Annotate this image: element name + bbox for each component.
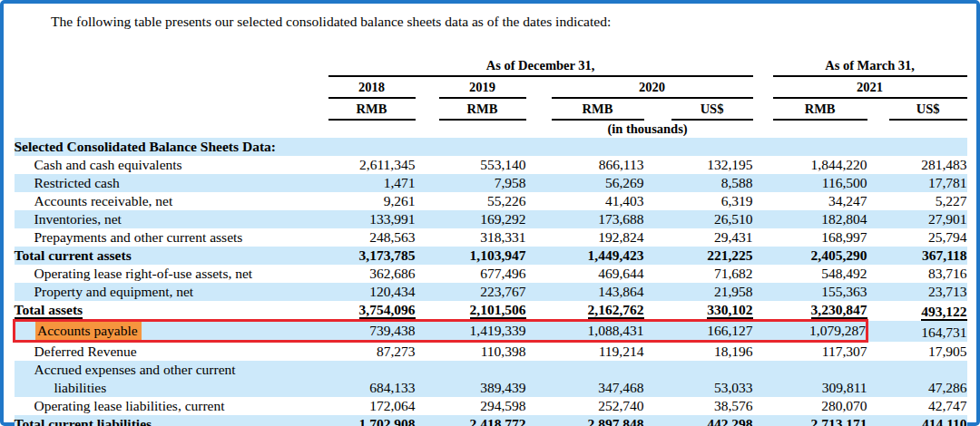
column-gap bbox=[526, 138, 552, 156]
column-gap bbox=[644, 265, 671, 283]
col-group-december: As of December 31, bbox=[328, 55, 753, 76]
cell-value-text: 133,991 bbox=[369, 211, 415, 227]
table-row: Total current liabilities1,702,9082,418,… bbox=[15, 415, 967, 426]
cell-value-text: 25,794 bbox=[928, 229, 967, 245]
column-gap bbox=[526, 361, 552, 397]
row-label: Selected Consolidated Balance Sheets Dat… bbox=[15, 138, 328, 156]
cell-value: 110,398 bbox=[439, 342, 526, 362]
table-body: Selected Consolidated Balance Sheets Dat… bbox=[15, 138, 967, 426]
row-label: Inventories, net bbox=[15, 210, 328, 228]
cell-value-text: 155,363 bbox=[821, 284, 867, 299]
cell-value-text: 3,754,096 bbox=[359, 302, 416, 319]
column-gap bbox=[526, 283, 552, 301]
cell-value-text: 27,901 bbox=[928, 211, 967, 227]
column-gap bbox=[15, 76, 328, 98]
cell-value-text: 87,273 bbox=[377, 344, 416, 359]
column-gap bbox=[867, 247, 889, 265]
cell-value: 3,173,785 bbox=[328, 247, 416, 265]
column-gap bbox=[416, 361, 439, 397]
cell-value: 23,713 bbox=[889, 283, 967, 301]
cell-value-text: 3,173,785 bbox=[359, 247, 416, 263]
column-gap bbox=[15, 98, 328, 120]
column-gap bbox=[753, 138, 773, 156]
row-label: Accounts payable bbox=[15, 321, 328, 342]
cell-value: 1,419,339 bbox=[439, 321, 526, 342]
cell-value-text: 1,471 bbox=[384, 175, 416, 190]
cell-value: 192,824 bbox=[552, 228, 644, 247]
cell-value-text: 553,140 bbox=[480, 157, 525, 172]
cell-value-text: 55,226 bbox=[487, 193, 526, 208]
cell-value: 677,496 bbox=[439, 265, 526, 283]
column-gap bbox=[867, 321, 889, 342]
cell-value-text: 389,439 bbox=[480, 380, 525, 395]
cell-value-text: 143,864 bbox=[598, 284, 643, 299]
column-gap bbox=[526, 342, 552, 362]
column-gap bbox=[867, 265, 889, 283]
cell-value-text: 169,292 bbox=[480, 211, 525, 227]
column-gap bbox=[416, 138, 439, 156]
cell-value: 223,767 bbox=[439, 283, 526, 301]
cell-value: 29,431 bbox=[671, 228, 753, 247]
column-gap bbox=[526, 156, 552, 174]
cell-value-text: 1,449,423 bbox=[588, 247, 644, 263]
cell-value: 2,611,345 bbox=[328, 156, 416, 174]
column-gap bbox=[526, 210, 552, 228]
cell-value-text: 17,905 bbox=[928, 344, 967, 359]
cell-value: 684,133 bbox=[328, 361, 416, 397]
cell-value: 252,740 bbox=[552, 397, 644, 415]
row-label: Total current assets bbox=[15, 247, 328, 265]
row-label-text: Property and equipment, net bbox=[34, 284, 194, 299]
cell-value-text: 221,225 bbox=[707, 247, 752, 263]
cell-value: 318,331 bbox=[439, 228, 526, 247]
cell-value: 182,804 bbox=[773, 210, 867, 228]
in-thousands-note: (in thousands) bbox=[328, 120, 967, 138]
cell-value-text: 166,127 bbox=[707, 323, 752, 338]
column-gap bbox=[867, 192, 889, 210]
cell-value-text: 34,247 bbox=[828, 193, 867, 208]
cell-value-text: 29,431 bbox=[714, 229, 753, 245]
cell-value: 17,905 bbox=[889, 342, 967, 362]
cell-value: 1,088,431 bbox=[552, 321, 644, 342]
table-row: Operating lease liabilities, current172,… bbox=[15, 397, 967, 415]
cell-value: 164,731 bbox=[889, 321, 967, 342]
row-label: Prepayments and other current assets bbox=[15, 228, 328, 247]
unit-2020-rmb: RMB bbox=[552, 98, 644, 120]
cell-value-text: 23,713 bbox=[928, 284, 967, 299]
column-gap bbox=[526, 228, 552, 247]
cell-value-text: 1,079,287 bbox=[809, 323, 866, 338]
header-group-row: As of December 31, As of March 31, bbox=[15, 55, 967, 76]
cell-value-text: 7,958 bbox=[495, 175, 526, 190]
cell-value-text: 318,331 bbox=[480, 229, 525, 245]
cell-value-text: 119,214 bbox=[599, 344, 644, 359]
row-label-line: liabilities bbox=[15, 379, 328, 397]
column-gap bbox=[526, 98, 552, 120]
column-gap bbox=[526, 192, 552, 210]
cell-value: 166,127 bbox=[671, 321, 753, 342]
row-label: Cash and cash equivalents bbox=[15, 156, 328, 174]
cell-value: 362,686 bbox=[328, 265, 416, 283]
column-gap bbox=[867, 210, 889, 228]
cell-value: 442,298 bbox=[671, 415, 753, 426]
row-label: Total current liabilities bbox=[15, 415, 328, 426]
cell-value: 25,794 bbox=[889, 228, 967, 247]
row-label-text: Deferred Revenue bbox=[34, 344, 137, 359]
column-gap bbox=[526, 301, 552, 321]
header-unit-row: RMB RMB RMB US$ RMB US$ bbox=[15, 98, 967, 120]
row-label-text: Inventories, net bbox=[34, 211, 122, 227]
row-label-line: Accrued expenses and other current bbox=[15, 361, 328, 379]
table-row: Accounts receivable, net9,26155,22641,40… bbox=[15, 192, 967, 210]
row-label: Operating lease right-of-use assets, net bbox=[15, 265, 328, 283]
column-gap bbox=[753, 415, 773, 426]
intro-text: The following table presents our selecte… bbox=[51, 13, 976, 31]
column-gap bbox=[416, 265, 439, 283]
column-gap bbox=[753, 265, 773, 283]
cell-value-text: 248,563 bbox=[369, 229, 415, 245]
cell-value-text: 330,102 bbox=[707, 302, 752, 319]
column-gap bbox=[753, 361, 773, 397]
cell-value-text: 192,824 bbox=[598, 229, 643, 245]
cell-value: 548,492 bbox=[773, 265, 867, 283]
cell-value: 120,434 bbox=[328, 283, 416, 301]
cell-value: 553,140 bbox=[439, 156, 526, 174]
cell-value: 41,403 bbox=[552, 192, 644, 210]
column-gap bbox=[526, 76, 552, 98]
